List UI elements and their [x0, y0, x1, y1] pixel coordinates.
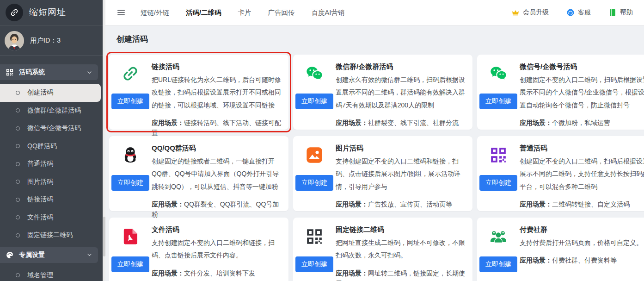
- card-title: 文件活码: [152, 225, 281, 234]
- card-grid: 立即创建 链接活码 把URL链接转化为永久二维码，后台可随时修改链接，扫码后根据…: [109, 55, 644, 281]
- create-now-button[interactable]: 立即创建: [479, 256, 517, 272]
- sidebar-item-wechat-group-code[interactable]: 微信群/企微群活码: [0, 102, 103, 120]
- wechat-group-card: 立即创建 微信群/企微群活码 创建永久有效的微信群二维码，扫码后根据设置展示不同…: [293, 55, 472, 130]
- sidebar-group-label: 专属设置: [19, 251, 45, 259]
- sidebar-group-live-code-system[interactable]: 活码系统: [0, 64, 98, 80]
- sidebar-item-image-live-code[interactable]: 图片活码: [0, 173, 103, 191]
- tab-cards[interactable]: 卡片: [238, 8, 251, 17]
- circle-marker-icon: [16, 162, 20, 166]
- sidebar-item-qq-group-code[interactable]: QQ群活码: [0, 137, 103, 156]
- card-description: 把网址直接生成二维码，网址不可修改，不限扫码次数，永久可扫码。: [336, 237, 465, 262]
- sidebar-item-label: 图片活码: [27, 178, 53, 186]
- crown-icon: [511, 8, 520, 17]
- sidebar-item-link-live-code[interactable]: 链接活码: [0, 191, 103, 209]
- sidebar-item-fixed-link-qrcode[interactable]: 固定链接二维码: [0, 226, 103, 244]
- sidebar-item-file-live-code[interactable]: 文件活码: [0, 209, 103, 227]
- help-label: 帮助: [620, 8, 633, 17]
- wechat-icon: [305, 64, 324, 83]
- qq-icon: [121, 145, 140, 165]
- customer-service-label: 客服: [578, 8, 591, 17]
- sidebar-group-label: 活码系统: [19, 68, 45, 76]
- card-description: 创建固定的链接或者二维码，一键直接打开QQ群、QQ号申请加入界面（QQ外打开引导…: [152, 155, 281, 193]
- image-icon: [305, 145, 324, 165]
- create-now-button[interactable]: 立即创建: [111, 256, 149, 272]
- tab-short-links[interactable]: 短链/外链: [141, 8, 169, 17]
- scenario-prefix: 应用场景：: [336, 119, 368, 126]
- card-title: 付费社群: [520, 225, 644, 234]
- pdf-file-icon: [121, 227, 140, 246]
- create-now-button[interactable]: 立即创建: [111, 94, 149, 109]
- create-now-button[interactable]: 立即创建: [295, 256, 333, 272]
- scenario-prefix: 应用场景：: [520, 200, 552, 208]
- sidebar-item-wechat-account-code[interactable]: 微信号/企微号活码: [0, 119, 103, 137]
- card-scenario: 应用场景：网址转二维码，链接固定，长期使用: [336, 268, 465, 281]
- image-live-code-card: 立即创建 图片活码 支持创建固定不变的入口二维码和链接，扫码、点击链接后展示图片…: [293, 136, 472, 211]
- card-description: 支持创建固定不变的入口二维码和链接，扫码、点击链接后展示图片/图组，展示活动详情…: [336, 155, 465, 193]
- main-area: 短链/外链 活码/二维码 卡片 广告回传 百度AI营销 会员升级 客服 帮助 创…: [105, 0, 644, 281]
- member-upgrade-button[interactable]: 会员升级: [511, 8, 549, 17]
- sidebar-item-label: 创建活码: [27, 88, 53, 97]
- help-button[interactable]: 帮助: [608, 8, 633, 17]
- sidebar-menu: 活码系统 创建活码 微信群/企微群活码 微信号/企微号活码 QQ群活码 普通活码…: [0, 56, 103, 281]
- sidebar-item-label: 固定链接二维码: [27, 231, 73, 239]
- help-book-icon: [608, 8, 617, 17]
- sidebar-logo: 缩短网址: [0, 0, 103, 25]
- tab-ad-postback[interactable]: 广告回传: [268, 8, 295, 17]
- scenario-text: 付费社群、付费资料等: [552, 256, 617, 264]
- sidebar-item-domain-management[interactable]: 域名管理: [0, 267, 103, 281]
- hamburger-menu-icon[interactable]: [117, 8, 126, 17]
- sidebar-item-create-live-code[interactable]: 创建活码: [0, 84, 101, 102]
- qrcode-icon: [489, 145, 508, 165]
- card-scenario: 应用场景：QQ群裂变、QQ群引流、QQ号加粉: [152, 199, 281, 220]
- create-now-button[interactable]: 立即创建: [111, 175, 149, 191]
- topbar-actions: 会员升级 客服 帮助: [511, 8, 633, 17]
- card-title: QQ/QQ群活码: [152, 144, 281, 153]
- page-title: 创建活码: [117, 34, 644, 44]
- circle-marker-icon: [16, 108, 20, 112]
- scenario-text: 广告投放、宣传页、活动页等: [368, 200, 452, 208]
- circle-marker-icon: [16, 91, 20, 95]
- create-now-button[interactable]: 立即创建: [479, 94, 517, 109]
- topbar: 短链/外链 活码/二维码 卡片 广告回传 百度AI营销 会员升级 客服 帮助: [105, 0, 644, 25]
- top-nav-tabs: 短链/外链 活码/二维码 卡片 广告回传 百度AI营销: [141, 8, 344, 17]
- circle-marker-icon: [16, 126, 20, 131]
- sidebar-item-normal-live-code[interactable]: 普通活码: [0, 155, 103, 173]
- scenario-prefix: 应用场景：: [520, 256, 552, 264]
- qrcode-icon: [305, 227, 324, 246]
- sidebar-group-exclusive-settings[interactable]: 专属设置: [0, 247, 98, 263]
- card-scenario: 应用场景：广告投放、宣传页、活动页等: [336, 199, 465, 209]
- create-now-button[interactable]: 立即创建: [295, 94, 333, 109]
- create-now-button[interactable]: 立即创建: [295, 175, 333, 191]
- create-now-button[interactable]: 立即创建: [479, 175, 517, 191]
- card-scenario: 应用场景：付费社群、付费资料等: [520, 255, 644, 265]
- sidebar: 缩短网址 用户ID：3 活码系统 创建活码 微信群/企微群活码 微信号/企微号活…: [0, 0, 103, 281]
- wechat-account-card: 立即创建 微信号/企微号活码 创建固定不变的入口二维码，扫码后根据设置展示不同的…: [477, 55, 644, 130]
- card-title: 微信号/企微号活码: [520, 62, 644, 71]
- card-description: 支持付费后打开活码页面，价格可自定义。: [520, 237, 644, 249]
- app-logo-link-icon: [6, 4, 23, 21]
- tab-baidu-ai-marketing[interactable]: 百度AI营销: [312, 8, 345, 17]
- sidebar-item-label: 域名管理: [27, 271, 53, 280]
- group-icon: [489, 227, 508, 246]
- tab-live-code-qrcode[interactable]: 活码/二维码: [186, 8, 221, 17]
- fixed-link-qrcode-card: 立即创建 固定链接二维码 把网址直接生成二维码，网址不可修改，不限扫码次数，永久…: [293, 218, 472, 281]
- card-description: 创建永久有效的微信群二维码，扫码后根据设置展示不同的二维码，群活码能有效解决入群…: [336, 74, 465, 112]
- card-title: 普通活码: [520, 144, 644, 153]
- circle-marker-icon: [16, 198, 20, 202]
- sidebar-item-label: 文件活码: [27, 213, 53, 222]
- sidebar-item-label: QQ群活码: [27, 142, 57, 150]
- palette-icon: [6, 251, 14, 259]
- circle-marker-icon: [16, 180, 20, 184]
- card-title: 固定链接二维码: [336, 225, 465, 234]
- scenario-text: 社群裂变、线下引流、社群分流: [368, 119, 459, 126]
- card-title: 链接活码: [152, 62, 281, 71]
- customer-service-button[interactable]: 客服: [566, 8, 591, 17]
- content-area: 创建活码 立即创建 链接活码 把URL链接转化为永久二维码，后台可随时修改链接，…: [105, 25, 644, 281]
- wechat-icon: [489, 64, 508, 83]
- circle-marker-icon: [16, 233, 20, 237]
- sidebar-item-label: 链接活码: [27, 195, 53, 204]
- scenario-prefix: 应用场景：: [520, 119, 552, 126]
- card-scenario: 应用场景：个微加粉，私域运营: [520, 118, 644, 128]
- sidebar-item-label: 普通活码: [27, 160, 53, 168]
- sidebar-scrollbar-thumb[interactable]: [103, 217, 105, 256]
